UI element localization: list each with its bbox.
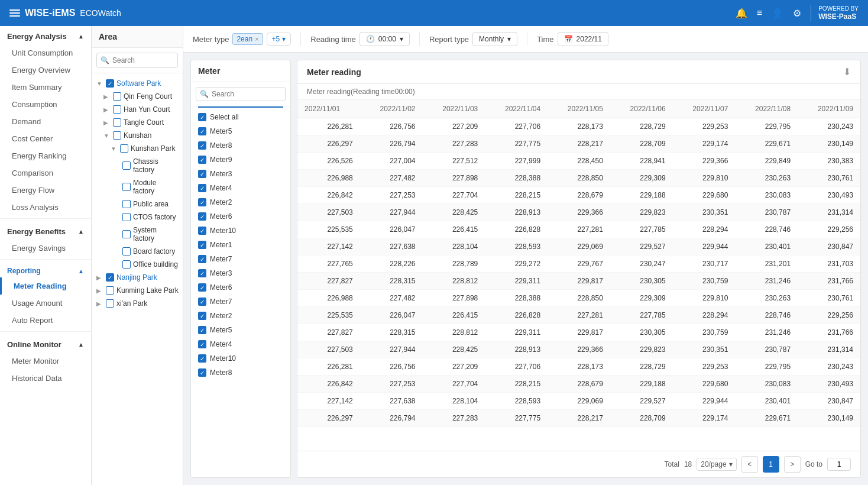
tree-check-module[interactable]	[122, 183, 131, 191]
tree-check-nanjing[interactable]: ✓	[106, 273, 114, 282]
list-icon[interactable]: ≡	[757, 8, 762, 18]
meter-item-meter6[interactable]: ✓ Meter6	[191, 209, 290, 224]
tree-check-board[interactable]	[122, 247, 131, 256]
meter-item-meter5b[interactable]: ✓ Meter5	[191, 323, 290, 337]
sidebar-item-meter-monitor[interactable]: Meter Monitor	[0, 353, 91, 370]
meter-check-6b[interactable]: ✓	[198, 283, 206, 292]
meter-item-meter7[interactable]: ✓ Meter7	[191, 252, 290, 266]
sidebar-item-usage-amount[interactable]: Usage Amount	[0, 295, 91, 312]
sidebar-section-online-monitor[interactable]: Online Monitor ▲	[0, 334, 91, 353]
sidebar-section-reporting[interactable]: Reporting ▲	[0, 262, 91, 277]
sidebar-item-comparison[interactable]: Comparison	[0, 164, 91, 182]
tree-item-office-building[interactable]: Office building	[118, 258, 183, 271]
tree-item-xian[interactable]: ▶ xi'an Park	[92, 297, 183, 310]
tree-item-board-factory[interactable]: Board factory	[118, 245, 183, 258]
meter-item-meter2b[interactable]: ✓ Meter2	[191, 309, 290, 323]
meter-check-5[interactable]: ✓	[198, 127, 206, 135]
meter-item-meter4b[interactable]: ✓ Meter4	[191, 337, 290, 351]
meter-select-all[interactable]: ✓ Select all	[191, 110, 290, 124]
user-icon[interactable]: 👤	[772, 8, 783, 19]
page-size-select[interactable]: 20/page ▾	[697, 458, 736, 471]
tree-item-qin-feng[interactable]: ▶ Qin Feng Court	[99, 90, 183, 103]
tree-item-kunshan-park[interactable]: ▼ Kunshan Park	[106, 142, 183, 155]
meter-check-7b[interactable]: ✓	[198, 298, 206, 306]
prev-page-btn[interactable]: <	[741, 456, 758, 473]
meter-check-4[interactable]: ✓	[198, 184, 206, 192]
sidebar-item-energy-overview[interactable]: Energy Overview	[0, 62, 91, 79]
meter-item-meter10b[interactable]: ✓ Meter10	[191, 351, 290, 366]
meter-type-select[interactable]: +5 ▾	[267, 33, 292, 46]
sidebar-item-meter-reading[interactable]: Meter Reading	[0, 277, 91, 295]
meter-check-3[interactable]: ✓	[198, 170, 206, 178]
tree-item-kunming[interactable]: ▶ Kunming Lake Park	[92, 284, 183, 297]
sidebar-item-energy-flow[interactable]: Energy Flow	[0, 182, 91, 199]
meter-check-10[interactable]: ✓	[198, 227, 206, 235]
tree-item-kunshan[interactable]: ▼ Kunshan	[99, 129, 183, 142]
tag-close-2ean[interactable]: ×	[255, 35, 258, 43]
bell-icon[interactable]: 🔔	[736, 8, 747, 19]
meter-check-1[interactable]: ✓	[198, 241, 206, 249]
meter-item-meter1[interactable]: ✓ Meter1	[191, 238, 290, 252]
meter-check-2[interactable]: ✓	[198, 198, 206, 206]
hamburger-menu[interactable]	[9, 9, 20, 17]
next-page-btn[interactable]: >	[784, 456, 801, 473]
tree-item-chassis-factory[interactable]: Chassis factory	[118, 155, 183, 176]
tree-item-system-factory[interactable]: System factory	[118, 224, 183, 245]
meter-item-meter9[interactable]: ✓ Meter9	[191, 153, 290, 167]
tree-check-system[interactable]	[122, 230, 131, 238]
sidebar-item-consumption[interactable]: Consumption	[0, 96, 91, 113]
tree-check-kunming[interactable]	[106, 286, 114, 295]
tree-check-chassis[interactable]	[122, 161, 131, 170]
sidebar-item-item-summary[interactable]: Item Summary	[0, 79, 91, 96]
meter-search-input[interactable]	[196, 87, 286, 101]
meter-check-7[interactable]: ✓	[198, 255, 206, 263]
meter-check-2b[interactable]: ✓	[198, 312, 206, 320]
sidebar-section-energy-analysis[interactable]: Energy Analysis ▲	[0, 26, 91, 44]
meter-tag-2ean[interactable]: 2ean ×	[232, 33, 263, 45]
meter-check-10b[interactable]: ✓	[198, 354, 206, 363]
meter-item-meter10[interactable]: ✓ Meter10	[191, 224, 290, 238]
settings-icon[interactable]: ⚙	[793, 8, 801, 19]
download-icon[interactable]: ⬇	[843, 66, 851, 77]
meter-item-meter2[interactable]: ✓ Meter2	[191, 195, 290, 209]
meter-check-8b[interactable]: ✓	[198, 368, 206, 377]
sidebar-item-cost-center[interactable]: Cost Center	[0, 130, 91, 147]
meter-check-9[interactable]: ✓	[198, 156, 206, 164]
sidebar-item-demand[interactable]: Demand	[0, 113, 91, 130]
tree-check-ctos[interactable]	[122, 213, 131, 221]
tree-item-public-area[interactable]: Public area	[118, 198, 183, 211]
reading-time-select[interactable]: 🕐 00:00 ▾	[359, 32, 410, 46]
meter-item-meter8b[interactable]: ✓ Meter8	[191, 366, 290, 380]
meter-item-meter7b[interactable]: ✓ Meter7	[191, 295, 290, 309]
tree-check-xian[interactable]	[106, 299, 114, 308]
goto-input[interactable]	[827, 458, 851, 471]
tree-check-qin-feng[interactable]	[113, 92, 121, 101]
tree-item-nanjing-park[interactable]: ▶ ✓ Nanjing Park	[92, 271, 183, 284]
meter-item-meter5[interactable]: ✓ Meter5	[191, 124, 290, 138]
sidebar-item-auto-report[interactable]: Auto Report	[0, 312, 91, 329]
tree-check-kunshan-park[interactable]	[120, 144, 128, 153]
tree-check-software-park[interactable]: ✓	[106, 79, 114, 88]
meter-item-meter6b[interactable]: ✓ Meter6	[191, 280, 290, 295]
sidebar-item-unit-consumption[interactable]: Unit Consumption	[0, 44, 91, 62]
meter-item-meter8[interactable]: ✓ Meter8	[191, 138, 290, 153]
meter-check-all[interactable]: ✓	[198, 113, 206, 121]
meter-item-meter3b[interactable]: ✓ Meter3	[191, 266, 290, 280]
meter-check-5b[interactable]: ✓	[198, 326, 206, 334]
sidebar-item-loss-analysis[interactable]: Loss Analysis	[0, 199, 91, 216]
meter-item-meter3[interactable]: ✓ Meter3	[191, 167, 290, 181]
meter-check-6[interactable]: ✓	[198, 212, 206, 221]
page-btn-1[interactable]: 1	[763, 456, 779, 473]
tree-check-office[interactable]	[122, 260, 131, 269]
meter-check-8[interactable]: ✓	[198, 141, 206, 150]
tree-item-module-factory[interactable]: Module factory	[118, 176, 183, 198]
sidebar-item-energy-ranking[interactable]: Energy Ranking	[0, 147, 91, 164]
time-select[interactable]: 📅 2022/11	[558, 32, 608, 46]
tree-check-tangle[interactable]	[113, 118, 121, 127]
tree-check-public[interactable]	[122, 200, 131, 208]
meter-item-meter4[interactable]: ✓ Meter4	[191, 181, 290, 195]
meter-check-3b[interactable]: ✓	[198, 269, 206, 277]
sidebar-section-energy-benefits[interactable]: Energy Benefits ▲	[0, 221, 91, 240]
tree-check-han-yun[interactable]	[113, 105, 121, 114]
tree-item-software-park[interactable]: ▼ ✓ Software Park	[92, 77, 183, 90]
